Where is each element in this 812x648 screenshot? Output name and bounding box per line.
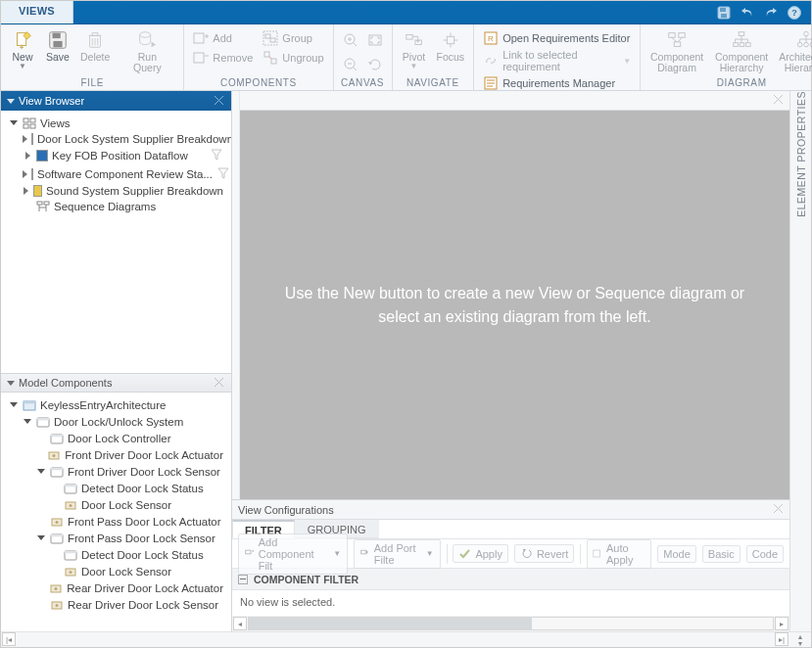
auto-apply-toggle[interactable]: Auto Apply — [587, 539, 651, 569]
svg-text:R: R — [488, 34, 494, 43]
horizontal-scrollbar[interactable]: ◂ ▸ — [232, 616, 789, 631]
canvas-zoom-in-button[interactable] — [340, 29, 361, 51]
svg-rect-103 — [51, 435, 63, 437]
model-tree-label: Detect Door Lock Status — [81, 549, 204, 561]
close-icon[interactable] — [214, 95, 225, 107]
view-browser-panel: Views Door Lock System Supplier Breakdow… — [1, 111, 231, 373]
svg-rect-9 — [53, 33, 61, 39]
model-tree-node[interactable]: Detect Door Lock Status — [46, 546, 227, 563]
canvas-gutter — [232, 111, 240, 499]
svg-point-105 — [53, 454, 56, 457]
remove-component-button[interactable]: Remove — [190, 49, 256, 67]
model-components-header[interactable]: Model Components — [1, 373, 231, 393]
element-properties-panel-collapsed[interactable]: ELEMENT PROPERTIES — [789, 91, 811, 631]
component-icon — [50, 515, 64, 529]
add-port-filter-button[interactable]: Add Port Filte ▼ — [354, 539, 440, 569]
group-button[interactable]: Group — [260, 29, 326, 47]
model-tree-label: KeylessEntryArchitecture — [40, 399, 166, 411]
svg-point-67 — [804, 31, 809, 36]
view-configurations-title: View Configurations — [238, 504, 334, 516]
model-tree-node[interactable]: KeylessEntryArchitecture — [5, 396, 227, 413]
ribbon-group-diagram: Component Diagram Component Hierarchy Ar… — [641, 24, 812, 90]
add-component-button[interactable]: Add — [190, 29, 256, 47]
tab-views[interactable]: VIEWS — [1, 1, 73, 23]
svg-rect-109 — [65, 485, 76, 486]
close-icon[interactable] — [214, 377, 225, 389]
component-icon — [36, 415, 50, 429]
requirements-manager-button[interactable]: Requirements Manager — [480, 74, 634, 92]
open-requirements-editor-button[interactable]: R Open Requirements Editor — [480, 29, 634, 47]
focus-button[interactable]: Focus — [434, 27, 468, 65]
svg-rect-60 — [740, 43, 744, 47]
canvas-fit-to-view-button[interactable] — [364, 29, 386, 51]
model-tree-node[interactable]: Rear Driver Door Lock Actuator — [32, 579, 227, 596]
model-tree-node[interactable]: Door Lock Sensor — [46, 496, 227, 513]
model-tree-label: Door Lock Sensor — [81, 499, 171, 511]
ungroup-button[interactable]: Ungroup — [260, 49, 326, 67]
architecture-hierarchy-button[interactable]: Architecture Hierarchy — [776, 27, 812, 75]
close-icon[interactable] — [773, 503, 784, 516]
scroll-right-button[interactable]: ▸| — [775, 632, 788, 646]
add-component-filter-button[interactable]: Add Component Filt ▼ — [238, 533, 348, 575]
model-tree-node[interactable]: Door Lock Controller — [32, 430, 227, 446]
scroll-left-button[interactable]: |◂ — [2, 632, 16, 646]
svg-rect-115 — [51, 534, 63, 536]
undo-icon[interactable] — [739, 4, 756, 22]
close-icon[interactable] — [773, 94, 784, 108]
canvas-refresh-button[interactable] — [364, 54, 386, 75]
svg-rect-2 — [721, 14, 727, 18]
ribbon-group-file: New ▼ Save Delete Run Query FILE — [1, 24, 184, 90]
model-tree-node[interactable]: Door Lock/Unlock System — [19, 413, 227, 430]
model-tree-node[interactable]: Front Pass Door Lock Sensor — [32, 530, 227, 546]
code-button[interactable]: Code — [746, 545, 784, 563]
component-hierarchy-button[interactable]: Component Hierarchy — [711, 27, 772, 75]
canvas-zoom-out-button[interactable] — [340, 54, 361, 75]
component-diagram-button[interactable]: Component Diagram — [646, 27, 707, 75]
collapse-icon — [7, 99, 15, 104]
save-button[interactable]: Save — [42, 27, 73, 65]
svg-line-56 — [672, 37, 678, 42]
component-filter-title: COMPONENT FILTER — [254, 574, 358, 585]
view-item[interactable]: Software Component Review Sta... — [19, 164, 227, 183]
apply-button[interactable]: Apply — [453, 544, 508, 563]
view-item[interactable]: Door Lock System Supplier Breakdown — [19, 131, 227, 146]
model-tree-node[interactable]: Rear Driver Door Lock Sensor — [32, 596, 227, 613]
redo-icon[interactable] — [762, 4, 780, 22]
model-tree-node[interactable]: Detect Door Lock Status — [46, 480, 227, 496]
svg-rect-10 — [53, 41, 62, 47]
svg-rect-59 — [734, 43, 739, 47]
svg-rect-117 — [65, 551, 76, 553]
collapse-icon — [7, 381, 15, 386]
svg-marker-38 — [368, 62, 372, 65]
sequence-diagrams-node[interactable]: Sequence Diagrams — [19, 198, 227, 214]
help-icon[interactable]: ? — [786, 4, 803, 22]
view-item[interactable]: Key FOB Position Dataflow — [19, 146, 227, 164]
svg-rect-61 — [746, 43, 751, 47]
view-browser-header[interactable]: View Browser — [1, 91, 231, 111]
views-root-label: Views — [40, 117, 70, 129]
color-swatch — [31, 133, 33, 145]
view-item[interactable]: Sound System Supplier Breakdown — [19, 183, 227, 198]
svg-rect-19 — [194, 33, 204, 43]
run-query-button[interactable]: Run Query — [117, 27, 177, 75]
model-tree-node[interactable]: Door Lock Sensor — [46, 563, 227, 579]
component-icon — [49, 581, 63, 595]
canvas-placeholder: Use the New button to create a new View … — [279, 282, 750, 329]
pivot-button[interactable]: Pivot ▼ — [399, 27, 430, 72]
mode-button[interactable]: Mode — [657, 545, 696, 563]
component-icon — [50, 465, 64, 479]
delete-button[interactable]: Delete — [77, 27, 113, 65]
link-to-selected-requirement-button[interactable]: Link to selected requirement ▼ — [480, 48, 634, 73]
model-tree-node[interactable]: Front Pass Door Lock Actuator — [32, 513, 227, 530]
revert-button[interactable]: Revert — [514, 544, 574, 563]
save-session-icon[interactable] — [715, 4, 733, 22]
views-root-icon — [23, 116, 36, 130]
model-tree-label: Door Lock Controller — [68, 433, 170, 444]
model-tree-label: Door Lock/Unlock System — [54, 416, 183, 428]
basic-button[interactable]: Basic — [702, 545, 740, 563]
model-tree-node[interactable]: Front Driver Door Lock Actuator — [32, 446, 227, 463]
views-root[interactable]: Views — [5, 115, 227, 131]
new-button[interactable]: New ▼ — [7, 27, 38, 72]
svg-rect-25 — [265, 34, 270, 38]
model-tree-node[interactable]: Front Driver Door Lock Sensor — [32, 463, 227, 480]
